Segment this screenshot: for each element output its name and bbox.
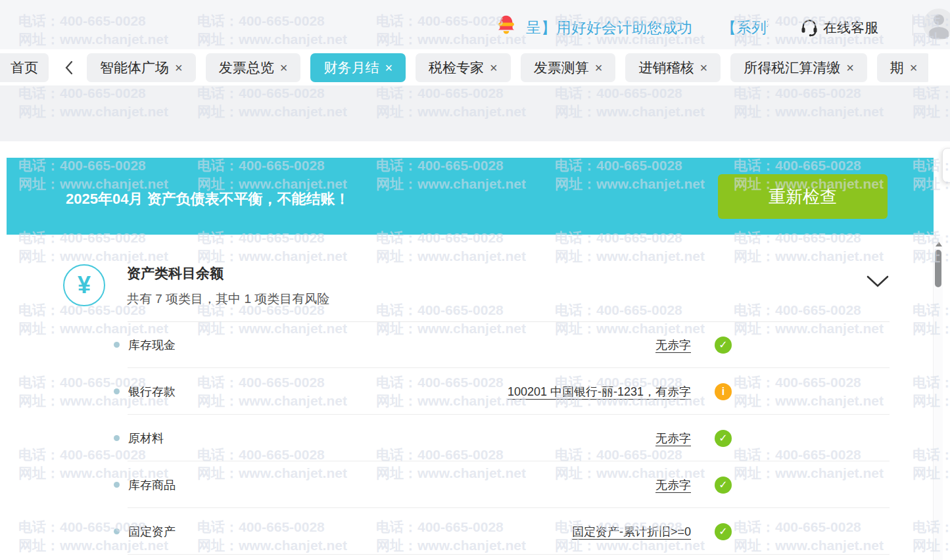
avatar-head-glyph xyxy=(934,14,944,25)
bullet-icon xyxy=(114,482,120,488)
category-label: 库存现金 xyxy=(128,337,176,353)
category-label: 原材料 xyxy=(128,431,164,446)
tab-invoice-estimate[interactable]: 发票测算 × xyxy=(521,53,616,82)
tab-invoice-overview[interactable]: 发票总览 × xyxy=(206,53,301,82)
close-icon[interactable]: × xyxy=(490,61,498,74)
tab-clipped[interactable]: 期 × xyxy=(877,53,928,82)
bullet-icon xyxy=(114,528,120,534)
bullet-icon xyxy=(114,388,120,394)
section-title: 资产类科目余额 xyxy=(127,264,224,283)
category-detail-link[interactable]: 无赤字 xyxy=(655,477,691,493)
tab-label: 所得税汇算清缴 xyxy=(744,58,840,77)
vertical-scrollbar[interactable] xyxy=(933,237,943,560)
app-window: 呈】用好好会计助您成功 【系列讲 在线客服 首页 xyxy=(0,0,950,560)
top-notification-bar: 呈】用好好会计助您成功 【系列讲 在线客服 xyxy=(0,0,950,49)
tab-income-tax-settlement[interactable]: 所得税汇算清缴 × xyxy=(730,53,867,82)
tabs-scroll-left-icon[interactable] xyxy=(64,60,74,75)
topbar-divider xyxy=(913,14,913,35)
status-warning-icon: i xyxy=(715,383,732,400)
section-subtitle: 共有 7 项类目，其中 1 项类目有风险 xyxy=(127,291,329,308)
close-icon[interactable]: × xyxy=(846,61,854,74)
bullet-icon xyxy=(114,435,120,441)
tab-label: 进销稽核 xyxy=(638,58,694,77)
tab-label: 财务月结 xyxy=(323,58,379,77)
category-detail-link[interactable]: 固定资产-累计折旧>=0 xyxy=(572,524,691,540)
category-label: 固定资产 xyxy=(128,524,176,540)
scrollbar-thumb[interactable] xyxy=(935,250,941,287)
right-edge-panel-handle[interactable] xyxy=(942,148,950,183)
tab-label: 智能体广场 xyxy=(100,58,169,77)
tab-home[interactable]: 首页 xyxy=(0,53,49,82)
tab-strip: 首页 智能体广场 × 发票总览 × 财务月结 × 税检专家 × 发票测 xyxy=(0,49,928,85)
status-check-icon: ✓ xyxy=(715,430,732,447)
tab-tax-check-expert[interactable]: 税检专家 × xyxy=(416,53,511,82)
list-item-cash: 库存现金 无赤字 ✓ xyxy=(112,321,890,368)
tab-agent-plaza[interactable]: 智能体广场 × xyxy=(87,53,196,82)
bell-icon xyxy=(496,14,516,38)
bullet-icon xyxy=(114,342,120,348)
tab-purchase-sale-audit[interactable]: 进销稽核 × xyxy=(625,53,721,82)
scroll-up-arrow-icon[interactable] xyxy=(936,242,942,246)
close-icon[interactable]: × xyxy=(595,61,603,74)
tab-month-end-closing[interactable]: 财务月结 × xyxy=(310,53,406,82)
tab-label: 期 xyxy=(890,58,904,77)
ticker-text: 呈】用好好会计助您成功 xyxy=(526,18,692,38)
section-collapse-chevron-down-icon[interactable] xyxy=(867,275,889,291)
avatar-body-glyph xyxy=(929,27,949,39)
online-service-button[interactable]: 在线客服 xyxy=(823,18,878,37)
category-label: 库存商品 xyxy=(128,477,176,493)
headset-icon xyxy=(799,17,819,39)
ticker-text-next: 【系列讲 xyxy=(721,18,768,38)
yuan-currency-icon: ¥ xyxy=(63,264,105,306)
close-icon[interactable]: × xyxy=(280,61,288,74)
list-item-fixed-assets: 固定资产 固定资产-累计折旧>=0 ✓ xyxy=(112,508,890,555)
list-item-raw-materials: 原材料 无赤字 ✓ xyxy=(112,415,890,461)
tab-label: 发票测算 xyxy=(534,58,589,77)
close-icon[interactable]: × xyxy=(385,61,392,74)
tab-label: 发票总览 xyxy=(219,58,274,77)
status-check-icon: ✓ xyxy=(715,477,732,494)
close-icon[interactable]: × xyxy=(175,61,183,74)
status-check-icon: ✓ xyxy=(715,337,732,354)
imbalance-warning-banner: 2025年04月 资产负债表不平衡，不能结账！ 重新检查 xyxy=(7,158,934,235)
recheck-button[interactable]: 重新检查 xyxy=(718,174,888,219)
category-detail-link[interactable]: 无赤字 xyxy=(655,431,691,446)
user-avatar[interactable] xyxy=(923,9,950,40)
list-item-inventory-goods: 库存商品 无赤字 ✓ xyxy=(112,461,890,508)
category-detail-link[interactable]: 无赤字 xyxy=(655,337,691,353)
close-icon[interactable]: × xyxy=(700,61,707,74)
list-item-bank-deposit: 银行存款 100201 中国银行-丽-1231，有赤字 i xyxy=(112,368,890,415)
close-icon[interactable]: × xyxy=(910,61,918,74)
category-label: 银行存款 xyxy=(128,384,176,400)
warning-message: 2025年04月 资产负债表不平衡，不能结账！ xyxy=(66,189,350,209)
announcement-ticker[interactable]: 呈】用好好会计助您成功 【系列讲 xyxy=(526,17,768,38)
tab-bar: 首页 智能体广场 × 发票总览 × 财务月结 × 税检专家 × 发票测 xyxy=(0,49,950,85)
account-category-list: 库存现金 无赤字 ✓ 银行存款 100201 中国银行-丽-1231，有赤字 i… xyxy=(112,321,890,555)
status-check-icon: ✓ xyxy=(715,523,732,540)
yuan-glyph: ¥ xyxy=(78,271,91,299)
tab-home-label: 首页 xyxy=(11,58,38,77)
tab-label: 税检专家 xyxy=(429,58,484,77)
category-detail-link[interactable]: 100201 中国银行-丽-1231，有赤字 xyxy=(508,384,691,400)
page-header: 结账 凭证已录入至：2025-04 视频 xyxy=(0,85,950,141)
